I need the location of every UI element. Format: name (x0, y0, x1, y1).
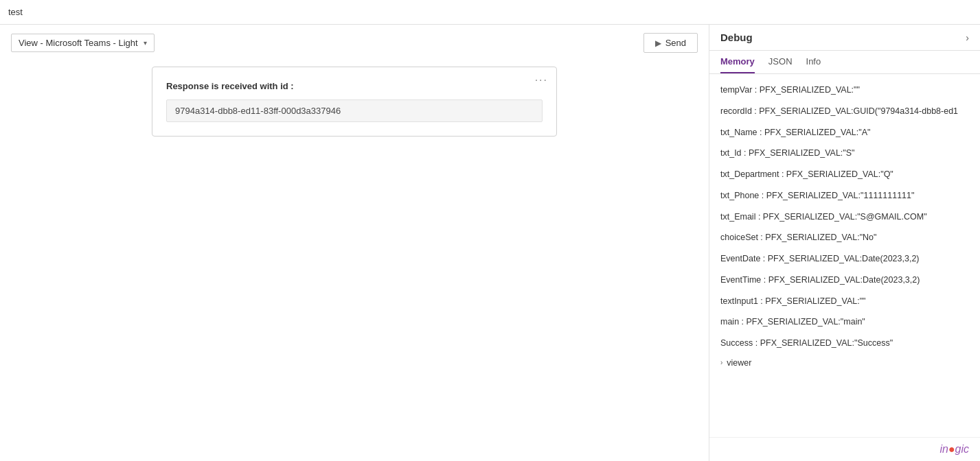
top-bar: test (0, 0, 980, 25)
card-menu-icon[interactable]: ··· (535, 74, 548, 86)
memory-item: txt_Department : PFX_SERIALIZED_VAL:"Q" (709, 164, 980, 185)
left-panel: View - Microsoft Teams - Light ▾ ▶ Send … (0, 25, 709, 461)
memory-item: txt_Email : PFX_SERIALIZED_VAL:"S@GMAIL.… (709, 206, 980, 228)
memory-item: choiceSet : PFX_SERIALIZED_VAL:"No" (709, 227, 980, 248)
memory-item-collapsible[interactable]: ›viewer (709, 354, 980, 372)
send-icon: ▶ (655, 38, 661, 48)
view-selector-label: View - Microsoft Teams - Light (19, 38, 138, 48)
debug-expand-icon[interactable]: › (966, 32, 969, 43)
send-button[interactable]: ▶ Send (643, 33, 698, 53)
view-selector-button[interactable]: View - Microsoft Teams - Light ▾ (11, 34, 155, 52)
memory-item: EventDate : PFX_SERIALIZED_VAL:Date(2023… (709, 248, 980, 270)
debug-header: Debug › (709, 25, 980, 51)
chevron-right-icon: › (720, 359, 722, 366)
tab-json[interactable]: JSON (768, 51, 793, 73)
tab-memory[interactable]: Memory (720, 51, 755, 73)
debug-title: Debug (720, 32, 753, 43)
debug-panel: Debug › Memory JSON Info tempVar : PFX_S… (709, 25, 980, 461)
branding-text: in●gic (939, 443, 969, 455)
memory-item: textInput1 : PFX_SERIALIZED_VAL:"" (709, 291, 980, 312)
debug-tabs: Memory JSON Info (709, 51, 980, 74)
card-label: Response is received with id : (166, 81, 543, 91)
memory-item: tempVar : PFX_SERIALIZED_VAL:"" (709, 80, 980, 101)
card-value-box: 9794a314-dbb8-ed11-83ff-000d3a337946 (166, 99, 543, 122)
toolbar: View - Microsoft Teams - Light ▾ ▶ Send (11, 33, 698, 53)
memory-item: main : PFX_SERIALIZED_VAL:"main" (709, 311, 980, 333)
preview-area: ··· Response is received with id : 9794a… (11, 67, 698, 453)
tab-info[interactable]: Info (806, 51, 821, 73)
memory-item: Success : PFX_SERIALIZED_VAL:"Success" (709, 333, 980, 354)
memory-item: EventTime : PFX_SERIALIZED_VAL:Date(2023… (709, 270, 980, 291)
memory-item: txt_Name : PFX_SERIALIZED_VAL:"A" (709, 122, 980, 143)
adaptive-card: ··· Response is received with id : 9794a… (152, 67, 557, 137)
memory-item-label: viewer (727, 358, 751, 368)
debug-memory-content: tempVar : PFX_SERIALIZED_VAL:""recordId … (709, 74, 980, 437)
main-layout: View - Microsoft Teams - Light ▾ ▶ Send … (0, 25, 980, 461)
memory-item: recordId : PFX_SERIALIZED_VAL:GUID("9794… (709, 101, 980, 122)
branding: in●gic (709, 437, 980, 461)
memory-item: txt_Phone : PFX_SERIALIZED_VAL:"11111111… (709, 185, 980, 206)
memory-item: txt_Id : PFX_SERIALIZED_VAL:"S" (709, 143, 980, 164)
app-title: test (8, 7, 23, 17)
send-label: Send (665, 38, 686, 48)
view-selector-chevron: ▾ (144, 39, 147, 47)
